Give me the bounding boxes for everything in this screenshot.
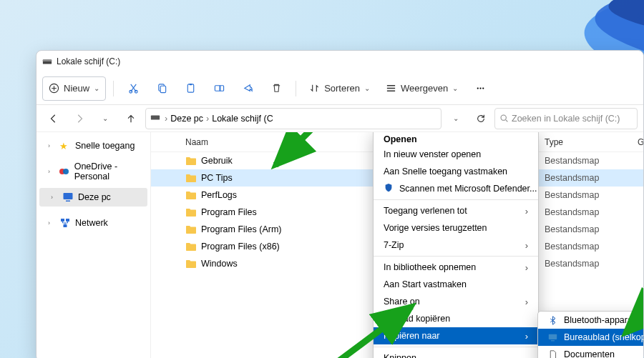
search-placeholder: Zoeken in Lokale schijf (C:) xyxy=(512,114,620,124)
cell-type: Bestandsmap xyxy=(545,242,638,252)
submenu-item-desktop-shortcut[interactable]: Bureaublad (snelkoppeling maken) xyxy=(538,329,643,346)
new-button[interactable]: Nieuw ⌄ xyxy=(42,76,106,101)
sidebar-item-quick-access[interactable]: › ★ Snelle toegang xyxy=(36,136,150,155)
breadcrumb-dropdown[interactable]: ⌄ xyxy=(444,108,467,129)
chevron-down-icon: ⌄ xyxy=(94,84,99,92)
svg-point-13 xyxy=(482,87,484,89)
sidebar-item-this-pc[interactable]: › Deze pc xyxy=(39,188,147,207)
bluetooth-icon xyxy=(547,316,558,325)
delete-button[interactable] xyxy=(264,76,288,101)
view-button[interactable]: Weergeven ⌄ xyxy=(380,76,464,101)
column-header-type[interactable]: Type xyxy=(545,137,638,147)
title-bar: Lokale schijf (C:) xyxy=(36,51,643,72)
search-input[interactable]: Zoeken in Lokale schijf (C:) xyxy=(494,108,638,129)
context-menu-header: Openen xyxy=(374,132,538,146)
menu-item-copy-as-path[interactable]: Als pad kopiëren xyxy=(374,310,538,327)
svg-rect-24 xyxy=(551,340,555,341)
submenu-item-documents[interactable]: Documenten xyxy=(538,346,643,358)
svg-rect-23 xyxy=(548,334,556,339)
folder-icon xyxy=(185,173,197,183)
breadcrumb-segment[interactable]: Deze pc xyxy=(170,114,203,124)
svg-rect-19 xyxy=(66,201,70,202)
menu-item-share-on[interactable]: Share on xyxy=(374,293,538,310)
refresh-button[interactable] xyxy=(470,108,492,129)
recent-button[interactable]: ⌄ xyxy=(94,108,117,129)
chevron-down-icon: ⌄ xyxy=(102,114,108,122)
back-button[interactable] xyxy=(42,108,65,129)
menu-item-pin-start[interactable]: Aan Start vastmaken xyxy=(374,276,538,293)
cell-name: PC Tips xyxy=(201,173,233,183)
chevron-right-icon: › xyxy=(51,194,58,201)
submenu-item-bluetooth[interactable]: Bluetooth-apparaat xyxy=(538,312,643,329)
folder-icon xyxy=(185,224,197,234)
separator xyxy=(113,81,114,96)
svg-rect-22 xyxy=(64,224,67,227)
cell-type: Bestandsmap xyxy=(545,156,638,166)
window-title: Lokale schijf (C:) xyxy=(57,56,120,66)
cell-type: Bestandsmap xyxy=(545,190,638,200)
menu-item-copy-to[interactable]: Kopiëren naar xyxy=(374,327,538,344)
chevron-right-icon: › xyxy=(48,168,54,175)
view-button-label: Weergeven xyxy=(401,83,448,94)
file-list: Naam Gebruik PC Tips PerfLogs Program Fi… xyxy=(151,132,643,358)
nav-pane: › ★ Snelle toegang › OneDrive - Personal… xyxy=(36,132,151,358)
column-header-size[interactable]: Grootte xyxy=(638,137,643,147)
svg-rect-7 xyxy=(187,84,193,92)
more-button[interactable] xyxy=(468,76,492,101)
right-columns: Type Grootte Bestandsmap Bestandsmap Bes… xyxy=(545,132,643,272)
cell-name: Windows xyxy=(201,259,238,269)
sort-button[interactable]: Sorteren ⌄ xyxy=(303,76,376,101)
star-icon: ★ xyxy=(59,141,71,151)
cell-name: Program Files (Arm) xyxy=(201,224,282,234)
share-button[interactable] xyxy=(235,76,260,101)
svg-rect-21 xyxy=(66,219,69,222)
copy-button[interactable] xyxy=(150,76,174,101)
folder-icon xyxy=(185,156,197,166)
breadcrumb-segment[interactable]: Lokale schijf (C xyxy=(212,114,273,124)
svg-rect-20 xyxy=(61,219,64,222)
nav-row: ⌄ › Deze pc › Lokale schijf (C ⌄ Zoeken … xyxy=(36,105,643,132)
document-icon xyxy=(547,350,558,359)
svg-point-15 xyxy=(501,115,506,120)
folder-icon xyxy=(185,207,197,217)
menu-item-cut[interactable]: Knippen xyxy=(374,349,538,358)
sort-button-label: Sorteren xyxy=(324,83,360,94)
svg-point-17 xyxy=(63,169,69,174)
menu-item-7zip[interactable]: 7-Zip xyxy=(374,237,538,254)
chevron-down-icon: ⌄ xyxy=(364,84,370,92)
rename-button[interactable] xyxy=(207,76,231,101)
svg-rect-14 xyxy=(151,115,160,119)
cell-name: Gebruik xyxy=(201,156,233,166)
menu-item-defender-scan[interactable]: Scannen met Microsoft Defender... xyxy=(374,180,538,197)
up-button[interactable] xyxy=(119,108,142,129)
sidebar-item-network[interactable]: › Netwerk xyxy=(36,214,150,232)
menu-item-pin-quick-access[interactable]: Aan Snelle toegang vastmaken xyxy=(374,163,538,180)
sidebar-item-label: Netwerk xyxy=(75,218,108,228)
file-explorer-window: Lokale schijf (C:) Nieuw ⌄ Sort xyxy=(36,50,644,358)
breadcrumb[interactable]: › Deze pc › Lokale schijf (C xyxy=(145,108,441,129)
svg-rect-1 xyxy=(43,59,52,61)
new-button-label: Nieuw xyxy=(64,83,89,94)
desktop-icon xyxy=(547,333,558,342)
cut-button[interactable] xyxy=(121,76,145,101)
chevron-down-icon: ⌄ xyxy=(453,114,459,122)
forward-button[interactable] xyxy=(68,108,91,129)
cell-name: Program Files (x86) xyxy=(201,242,280,252)
chevron-down-icon: ⌄ xyxy=(452,84,458,92)
chevron-right-icon: › xyxy=(48,142,55,149)
cell-name: PerfLogs xyxy=(201,190,237,200)
drive-icon xyxy=(150,112,160,124)
sidebar-item-label: OneDrive - Personal xyxy=(74,161,145,182)
cell-name: Program Files xyxy=(201,207,257,217)
drive-icon xyxy=(42,56,52,66)
paste-button[interactable] xyxy=(178,76,203,101)
onedrive-icon xyxy=(59,166,70,177)
sidebar-item-onedrive[interactable]: › OneDrive - Personal xyxy=(36,162,150,181)
svg-rect-18 xyxy=(64,193,73,199)
menu-item-include-library[interactable]: In bibliotheek opnemen xyxy=(374,259,538,276)
menu-item-previous-versions[interactable]: Vorige versies terugzetten xyxy=(374,219,538,237)
menu-item-open-new-window[interactable]: In nieuw venster openen xyxy=(374,146,538,163)
sidebar-item-label: Deze pc xyxy=(78,192,111,202)
folder-icon xyxy=(185,242,197,252)
menu-item-grant-access[interactable]: Toegang verlenen tot xyxy=(374,202,538,219)
